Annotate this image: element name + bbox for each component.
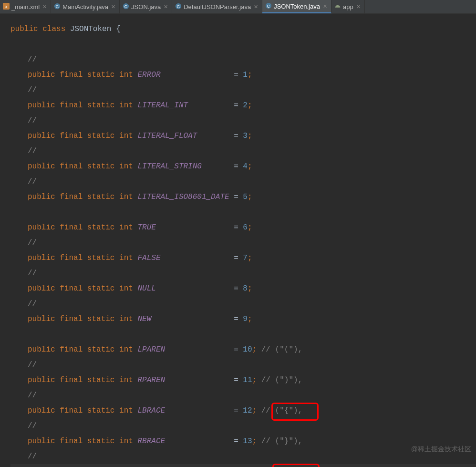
svg-text:x: x — [5, 4, 8, 9]
code-line: public final static int ERROR = 1; — [10, 67, 476, 83]
code-line: // — [10, 357, 476, 373]
code-line — [10, 37, 476, 52]
tab-label: _main.xml — [11, 3, 40, 10]
code-line: public final static int RPAREN = 11; // … — [10, 373, 476, 388]
tab-label: JSON.java — [131, 3, 161, 10]
code-line: // — [10, 174, 476, 189]
svg-text:C: C — [177, 4, 180, 9]
xml-icon: x — [3, 3, 10, 11]
code-line — [10, 327, 476, 342]
svg-text:C: C — [124, 4, 127, 9]
code-line: // — [10, 266, 476, 281]
tab-defaultjsonparser-java[interactable]: CDefaultJSONParser.java✕ — [172, 0, 262, 13]
svg-text:C: C — [267, 3, 270, 8]
code-line: public final static int LBRACE = 12; // … — [10, 403, 476, 418]
tab-jsontoken-java[interactable]: CJSONToken.java✕ — [262, 0, 331, 13]
code-line: public final static int LPAREN = 10; // … — [10, 342, 476, 357]
code-line: public final static int RBRACE = 13; // … — [10, 434, 476, 449]
close-icon[interactable]: ✕ — [164, 4, 168, 10]
close-icon[interactable]: ✕ — [42, 4, 47, 10]
close-icon[interactable]: ✕ — [323, 3, 327, 10]
gradle-icon — [334, 3, 341, 11]
code-line: // — [10, 83, 476, 98]
code-line: // — [10, 113, 476, 128]
code-line: // — [10, 418, 476, 434]
code-line: // — [10, 52, 476, 67]
tab-label: MainActivity.java — [62, 3, 108, 10]
code-line: // — [10, 144, 476, 159]
tab-mainactivity-java[interactable]: CMainActivity.java✕ — [51, 0, 120, 13]
code-line: // — [10, 388, 476, 403]
tab-label: DefaultJSONParser.java — [184, 3, 251, 10]
line-comment: (")"), — [275, 376, 303, 384]
tab-label: app — [343, 3, 353, 10]
code-line: public final static int NULL = 8; — [10, 281, 476, 296]
code-editor[interactable]: public class JSONToken { //public final … — [0, 14, 476, 467]
class-icon: C — [175, 3, 182, 11]
tab-app[interactable]: app✕ — [331, 0, 365, 13]
editor-tabs: x_main.xml✕CMainActivity.java✕CJSON.java… — [0, 0, 476, 14]
code-line: public final static int FALSE = 7; — [10, 250, 476, 266]
watermark: @稀土掘金技术社区 — [411, 445, 471, 454]
code-line: public final static int LITERAL_INT = 2; — [10, 98, 476, 113]
code-line: public final static int NEW = 9; — [10, 311, 476, 327]
code-line: public class JSONToken { — [10, 21, 476, 37]
tab--main-xml[interactable]: x_main.xml✕ — [0, 0, 51, 13]
close-icon[interactable]: ✕ — [111, 4, 115, 10]
close-icon[interactable]: ✕ — [254, 4, 258, 10]
code-line: public final static int TRUE = 6; — [10, 220, 476, 235]
class-icon: C — [123, 3, 129, 11]
line-comment: ("("), — [275, 345, 303, 354]
class-icon: C — [54, 3, 61, 11]
code-line: // — [10, 449, 476, 464]
code-line: public final static int LITERAL_STRING =… — [10, 159, 476, 174]
tab-json-java[interactable]: CJSON.java✕ — [120, 0, 172, 13]
code-line: // — [10, 296, 476, 311]
code-line — [10, 205, 476, 220]
code-line: public final static int LBRACKET = 14; /… — [10, 464, 476, 467]
line-comment: ("{"), — [275, 406, 303, 415]
svg-text:C: C — [56, 4, 59, 9]
class-icon: C — [265, 2, 272, 10]
code-line: public final static int LITERAL_FLOAT = … — [10, 128, 476, 144]
code-line: // — [10, 235, 476, 250]
close-icon[interactable]: ✕ — [356, 4, 361, 10]
code-line: public final static int LITERAL_ISO8601_… — [10, 189, 476, 205]
tab-label: JSONToken.java — [274, 3, 320, 10]
line-comment: ("}"), — [275, 437, 303, 446]
